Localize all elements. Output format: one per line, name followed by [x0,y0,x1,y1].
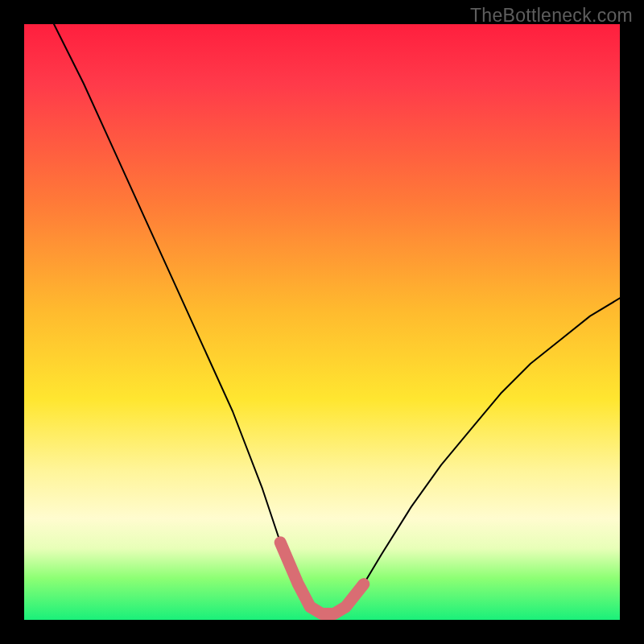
plot-area [24,24,620,620]
watermark-text: TheBottleneck.com [470,5,633,27]
valley-highlight-line [280,543,364,614]
bottleneck-curve-line [54,24,620,614]
chart-frame: TheBottleneck.com [0,0,644,644]
bottleneck-curve-svg [24,24,620,620]
